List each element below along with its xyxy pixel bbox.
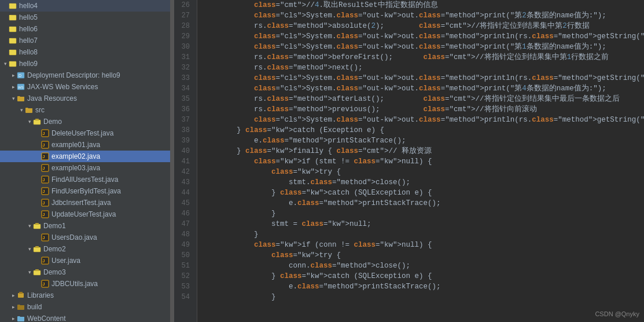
tree-item-hello9-deploy[interactable]: ▸DDeployment Descriptor: hello9 bbox=[0, 69, 170, 81]
svg-text:J: J bbox=[43, 189, 45, 193]
tree-label-JdbcInsertTest: JdbcInsertTest.java bbox=[51, 199, 111, 207]
tree-label-hello8: hello8 bbox=[19, 48, 38, 56]
tree-label-hello9-java: Java Resources bbox=[27, 94, 77, 103]
line-number-38: 38 bbox=[179, 125, 192, 136]
tree-item-JDBCUtils[interactable]: JJDBCUtils.java bbox=[0, 278, 170, 290]
line-number-27: 27 bbox=[179, 10, 192, 21]
tree-label-FindUserByIdTest: FindUserByIdTest.java bbox=[51, 187, 121, 195]
tree-label-hello5: hello5 bbox=[19, 13, 38, 21]
project-icon bbox=[8, 1, 17, 10]
tree-label-hello7: hello7 bbox=[19, 36, 38, 45]
line-number-29: 29 bbox=[179, 31, 192, 42]
tree-label-demo1: Demo1 bbox=[43, 222, 66, 230]
code-line-36: rs.class="method">previous(); class="cmt… bbox=[202, 104, 644, 115]
java-icon: J bbox=[41, 163, 50, 173]
svg-rect-47 bbox=[19, 292, 23, 294]
code-line-52: } class="kw">catch (SQLException e) { bbox=[202, 271, 644, 281]
tree-item-demo3[interactable]: ▾Demo3 bbox=[0, 266, 170, 278]
code-line-49: class="kw">if (conn != class="kw">null) … bbox=[202, 240, 644, 250]
tree-item-FindAllUsersTest[interactable]: JFindAllUsersTest.java bbox=[0, 174, 170, 185]
tree-item-build[interactable]: ▸build bbox=[0, 301, 170, 313]
tree-label-hello9-deploy: Deployment Descriptor: hello9 bbox=[27, 71, 120, 79]
svg-text:J: J bbox=[43, 131, 45, 136]
tree-item-hello9[interactable]: ▾hello9 bbox=[0, 58, 170, 69]
tree-item-JdbcInsertTest[interactable]: JJdbcInsertTest.java bbox=[0, 197, 170, 208]
tree-item-example01[interactable]: Jexample01.java bbox=[0, 139, 170, 151]
tree-item-hello6[interactable]: hello6 bbox=[0, 23, 170, 35]
svg-rect-16 bbox=[34, 120, 41, 125]
line-number-36: 36 bbox=[179, 104, 192, 115]
tree-item-hello9-jax[interactable]: ▸WSJAX-WS Web Services bbox=[0, 81, 170, 93]
package-icon bbox=[32, 221, 42, 230]
svg-text:J: J bbox=[43, 236, 45, 240]
svg-rect-5 bbox=[9, 27, 12, 28]
tree-item-hello5[interactable]: hello5 bbox=[0, 12, 170, 23]
tree-item-FindUserByIdTest[interactable]: JFindUserByIdTest.java bbox=[0, 185, 170, 197]
code-line-42: class="kw">try { bbox=[202, 167, 644, 177]
svg-text:J: J bbox=[43, 282, 45, 286]
line-number-37: 37 bbox=[179, 115, 192, 125]
line-numbers: 2627282930313233343536373839404142434445… bbox=[174, 0, 197, 322]
line-number-53: 53 bbox=[179, 281, 192, 292]
svg-rect-39 bbox=[35, 246, 39, 248]
line-number-52: 52 bbox=[179, 271, 192, 281]
code-line-30: class="cls">System.class="out-kw">out.cl… bbox=[202, 42, 644, 52]
code-line-43: stmt.class="method">close(); bbox=[202, 177, 644, 188]
svg-text:J: J bbox=[43, 166, 45, 170]
tree-item-example03[interactable]: Jexample03.java bbox=[0, 162, 170, 174]
line-number-45: 45 bbox=[179, 198, 192, 208]
svg-text:WS: WS bbox=[18, 86, 24, 89]
code-line-35: rs.class="method">afterLast(); class="cm… bbox=[202, 94, 644, 104]
deploy-icon: D bbox=[16, 71, 25, 80]
code-line-27: class="cls">System.class="out-kw">out.cl… bbox=[202, 10, 644, 21]
svg-text:D: D bbox=[19, 74, 21, 78]
tree-item-hello9-java[interactable]: ▾Java Resources bbox=[0, 93, 170, 104]
code-line-48: } bbox=[202, 229, 644, 240]
svg-rect-35 bbox=[35, 223, 39, 225]
project-icon bbox=[8, 24, 17, 34]
code-line-44: } class="kw">catch (SQLException e) { bbox=[202, 188, 644, 198]
tree-item-libraries[interactable]: ▸Libraries bbox=[0, 290, 170, 301]
tree-item-example02[interactable]: Jexample02.java bbox=[0, 151, 170, 162]
code-content: class="cmt">//4.取出ResultSet中指定数据的信息 clas… bbox=[197, 0, 644, 322]
java-icon: J bbox=[41, 129, 50, 138]
line-number-44: 44 bbox=[179, 188, 192, 198]
tree-label-User: User.java bbox=[51, 257, 80, 265]
line-number-47: 47 bbox=[179, 219, 192, 229]
tree-label-demo: Demo bbox=[43, 118, 62, 126]
tree-label-demo2: Demo2 bbox=[43, 245, 66, 253]
package-icon bbox=[32, 268, 42, 277]
svg-rect-38 bbox=[34, 247, 41, 252]
code-line-28: rs.class="method">absolute(2); class="cm… bbox=[202, 21, 644, 31]
tree-item-demo1[interactable]: ▾Demo1 bbox=[0, 220, 170, 232]
code-line-54: } bbox=[202, 292, 644, 302]
tree-item-demo[interactable]: ▾Demo bbox=[0, 116, 170, 127]
tree-item-hello9-src[interactable]: ▾src bbox=[0, 104, 170, 116]
ws-icon: WS bbox=[16, 82, 25, 92]
java-icon: J bbox=[41, 233, 50, 242]
tree-item-hello7[interactable]: hello7 bbox=[0, 35, 170, 46]
tree-label-hello9-jax: JAX-WS Web Services bbox=[27, 83, 98, 91]
tree-item-User[interactable]: JUser.java bbox=[0, 255, 170, 266]
code-line-50: class="kw">try { bbox=[202, 250, 644, 261]
tree-item-demo2[interactable]: ▾Demo2 bbox=[0, 243, 170, 255]
tree-item-UsersDao[interactable]: JUsersDao.java bbox=[0, 232, 170, 243]
svg-text:J: J bbox=[43, 201, 45, 205]
tree-label-JDBCUtils: JDBCUtils.java bbox=[51, 280, 98, 288]
java-icon: J bbox=[41, 186, 50, 196]
tree-item-UpdateUserTest[interactable]: JUpdateUserTest.java bbox=[0, 208, 170, 220]
tree-label-example03: example03.java bbox=[51, 164, 100, 172]
tree-item-WebContent[interactable]: ▸WebContent bbox=[0, 313, 170, 322]
tree-label-example01: example01.java bbox=[51, 141, 100, 149]
java-icon: J bbox=[41, 198, 50, 207]
tree-item-DeleteUserTest[interactable]: JDeleteUserTest.java bbox=[0, 127, 170, 139]
code-line-38: } class="kw">catch (Exception e) { bbox=[202, 125, 644, 136]
line-number-39: 39 bbox=[179, 136, 192, 146]
tree-item-hello8[interactable]: hello8 bbox=[0, 46, 170, 58]
line-number-30: 30 bbox=[179, 42, 192, 52]
project-icon bbox=[8, 47, 17, 57]
line-number-51: 51 bbox=[179, 261, 192, 271]
package-icon bbox=[32, 117, 42, 126]
line-number-46: 46 bbox=[179, 208, 192, 219]
tree-item-hello4[interactable]: hello4 bbox=[0, 0, 170, 12]
